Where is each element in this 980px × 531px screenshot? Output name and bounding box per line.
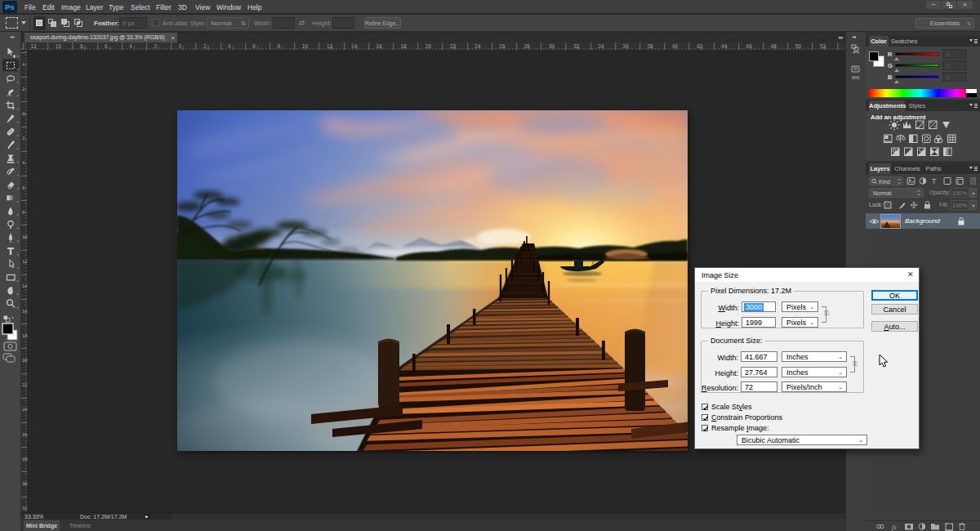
svg-text:T: T (932, 177, 936, 185)
svg-text:fx: fx (892, 524, 897, 531)
svg-text:Kind: Kind (879, 179, 890, 185)
svg-text:MINI: MINI (852, 76, 860, 80)
